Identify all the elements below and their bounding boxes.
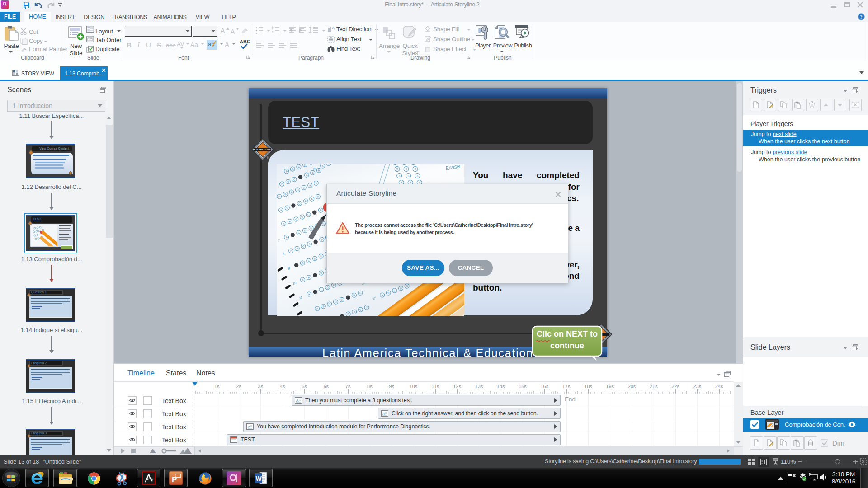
svg-text:INTERNATIONAL: INTERNATIONAL <box>253 149 272 151</box>
svg-text:W: W <box>256 475 262 482</box>
svg-text:A: A <box>332 26 335 30</box>
svg-text:®: ® <box>267 156 269 159</box>
svg-text:A: A <box>248 425 250 429</box>
svg-text:123: 123 <box>88 38 92 41</box>
svg-text:?: ? <box>860 14 863 19</box>
svg-text:P: P <box>172 475 177 484</box>
svg-text:A: A <box>296 399 299 403</box>
svg-text:A: A <box>382 412 385 416</box>
